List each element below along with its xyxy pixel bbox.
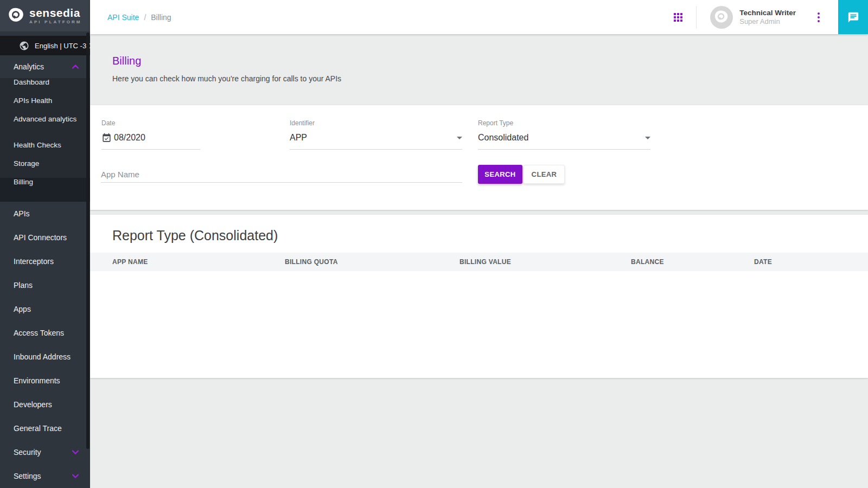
sidebar-item-inbound-address[interactable]: Inbound Address [0, 345, 90, 369]
sidebar-item-label: Environments [14, 376, 60, 385]
app-name-input[interactable] [101, 166, 462, 183]
report-type-label: Report Type [478, 119, 650, 127]
sidebar-item-apis[interactable]: APIs [0, 202, 90, 226]
chevron-down-icon [72, 474, 79, 478]
sidebar-item-label: Interceptors [14, 257, 54, 266]
date-value: 08/2020 [114, 133, 145, 143]
column-header-date: DATE [754, 258, 868, 266]
sidebar-item-advanced-analytics[interactable]: Advanced analytics [0, 115, 90, 141]
page-title: Billing [112, 55, 868, 67]
sidebar-item-label: Analytics [14, 62, 44, 71]
sidebar-scrollbar[interactable] [86, 33, 90, 449]
report-type-select[interactable]: Report Type Consolidated [478, 119, 650, 150]
sidebar-item-label: APIs Health [14, 97, 52, 105]
sidebar-item-api-connectors[interactable]: API Connectors [0, 226, 90, 249]
identifier-value: APP [290, 133, 307, 143]
brand-logo[interactable]: sensedia API PLATFORM [0, 0, 90, 31]
sidebar-item-label: Security [14, 448, 41, 457]
sidebar-item-security[interactable]: Security [0, 440, 90, 464]
app-root: sensedia API PLATFORM English | UTC -3:0… [0, 0, 868, 488]
globe-icon [19, 41, 29, 51]
dropdown-caret-icon [457, 137, 462, 139]
chat-button[interactable] [838, 0, 868, 34]
sidebar-item-label: APIs [14, 209, 30, 218]
field-underline [478, 149, 650, 150]
sidebar-item-label: Settings [14, 472, 41, 480]
sidebar-item-label: General Trace [14, 424, 62, 433]
breadcrumb-separator: / [144, 13, 146, 22]
report-table-empty-body [90, 271, 868, 378]
sensedia-pick-logo-icon [7, 7, 25, 25]
filters-card: Date 08/2020 Identifier APP [90, 105, 868, 210]
report-card: Report Type (Consolidated) APP NAME BILL… [90, 215, 868, 378]
language-selector[interactable]: English | UTC -3:00 [0, 36, 90, 55]
column-header-balance: BALANCE [631, 258, 754, 266]
page-header: Billing Here you can check how much you'… [90, 34, 868, 83]
page-content: Billing Here you can check how much you'… [90, 34, 868, 488]
sidebar-item-label: Apps [14, 305, 31, 313]
main-area: API Suite / Billing [90, 0, 868, 488]
breadcrumb-api-suite-link[interactable]: API Suite [107, 13, 139, 22]
sidebar-item-label: Storage [14, 159, 39, 168]
sidebar-item-dashboard[interactable]: Dashboard [0, 78, 90, 97]
report-title: Report Type (Consolidated) [90, 215, 868, 243]
topbar: API Suite / Billing [90, 0, 868, 34]
sidebar-item-plans[interactable]: Plans [0, 273, 90, 297]
column-header-app-name: APP NAME [90, 258, 285, 266]
sidebar-item-general-trace[interactable]: General Trace [0, 416, 90, 440]
dropdown-caret-icon [645, 137, 650, 139]
sidebar-item-billing[interactable]: Billing [0, 178, 90, 202]
report-table-header: APP NAME BILLING QUOTA BILLING VALUE BAL… [90, 253, 868, 271]
user-name: Technical Writer [739, 9, 796, 17]
sidebar-item-environments[interactable]: Environments [0, 369, 90, 393]
sidebar-item-storage[interactable]: Storage [0, 159, 90, 178]
page-subtitle: Here you can check how much you're charg… [112, 74, 868, 83]
field-underline [101, 149, 200, 150]
brand-name: sensedia [29, 7, 82, 19]
sidebar-item-access-tokens[interactable]: Access Tokens [0, 321, 90, 345]
apps-grid-icon[interactable] [674, 13, 682, 22]
calendar-check-icon [101, 133, 112, 143]
topbar-divider [696, 6, 697, 29]
sidebar-item-label: Billing [14, 178, 33, 186]
breadcrumb-current: Billing [151, 13, 171, 22]
avatar[interactable] [710, 6, 733, 29]
sidebar-item-label: Advanced analytics [14, 115, 76, 123]
search-button[interactable]: SEARCH [478, 165, 522, 184]
sidebar-item-label: Dashboard [14, 78, 49, 86]
chat-icon [847, 11, 859, 23]
kebab-menu-icon[interactable] [818, 12, 820, 22]
sidebar-item-label: Inbound Address [14, 352, 71, 361]
identifier-label: Identifier [290, 119, 462, 127]
sidebar-item-label: API Connectors [14, 233, 67, 242]
sidebar-item-interceptors[interactable]: Interceptors [0, 249, 90, 273]
date-field[interactable]: Date 08/2020 [101, 119, 200, 150]
sidebar-item-apis-health[interactable]: APIs Health [0, 97, 90, 115]
field-underline [290, 149, 462, 150]
analytics-submenu: Dashboard APIs Health Advanced analytics… [0, 78, 90, 202]
sidebar-item-developers[interactable]: Developers [0, 393, 90, 416]
column-header-billing-value: BILLING VALUE [459, 258, 631, 266]
chevron-down-icon [72, 450, 79, 454]
sidebar-item-settings[interactable]: Settings [0, 464, 90, 488]
sidebar-item-label: Health Checks [14, 141, 61, 149]
identifier-select[interactable]: Identifier APP [290, 119, 462, 150]
sidebar: sensedia API PLATFORM English | UTC -3:0… [0, 0, 90, 488]
sidebar-item-label: Developers [14, 400, 52, 409]
sidebar-item-analytics[interactable]: Analytics [0, 55, 90, 78]
date-label: Date [101, 119, 200, 127]
sidebar-item-label: Access Tokens [14, 329, 64, 337]
brand-tagline: API PLATFORM [29, 20, 82, 24]
sidebar-item-label: Plans [14, 281, 33, 290]
column-header-billing-quota: BILLING QUOTA [285, 258, 459, 266]
clear-button[interactable]: CLEAR [524, 165, 565, 184]
sidebar-item-health-checks[interactable]: Health Checks [0, 141, 90, 159]
sidebar-item-apps[interactable]: Apps [0, 297, 90, 321]
user-role: Super Admin [739, 17, 796, 26]
chevron-up-icon [72, 65, 79, 69]
report-type-value: Consolidated [478, 133, 528, 143]
breadcrumb: API Suite / Billing [107, 13, 171, 22]
